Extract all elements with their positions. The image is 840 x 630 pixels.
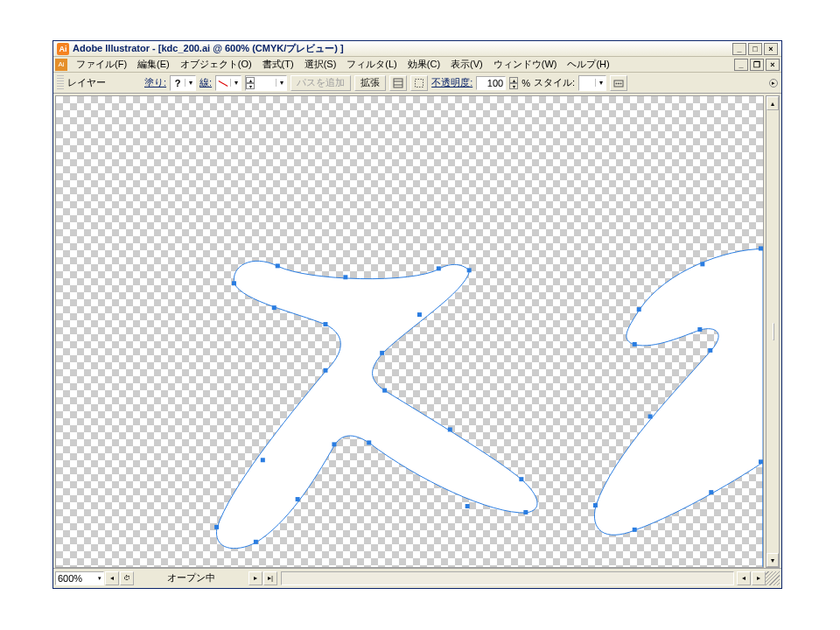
- fill-label[interactable]: 塗り:: [144, 76, 166, 89]
- menu-file[interactable]: ファイル(F): [71, 58, 132, 71]
- svg-rect-31: [637, 307, 641, 312]
- window-controls: _ □ ×: [732, 43, 778, 55]
- svg-rect-35: [648, 415, 653, 419]
- chevron-down-icon: ▾: [185, 79, 195, 87]
- menu-bar: Ai ファイル(F) 編集(E) オブジェクト(O) 書式(T) 選択(S) フ…: [53, 57, 781, 73]
- brush-options-button[interactable]: [389, 75, 407, 91]
- status-text: オープン中: [134, 571, 248, 585]
- chevron-down-icon: ▾: [276, 79, 286, 87]
- doc-close-button[interactable]: ×: [766, 59, 780, 71]
- menu-view[interactable]: 表示(V): [445, 58, 488, 71]
- stroke-weight-spinner[interactable]: ▴▾: [246, 77, 255, 89]
- zoom-value: 600%: [58, 573, 82, 584]
- maximize-button[interactable]: □: [748, 43, 762, 55]
- stroke-none-icon: [216, 77, 230, 89]
- fill-swatch-icon: ?: [171, 77, 185, 89]
- app-window: Ai Adobe Illustrator - [kdc_200.ai @ 600…: [52, 40, 782, 589]
- svg-rect-34: [708, 348, 712, 353]
- option-bar-grip[interactable]: [57, 75, 64, 91]
- menu-object[interactable]: オブジェクト(O): [175, 58, 257, 71]
- opacity-unit: %: [522, 78, 530, 88]
- svg-rect-8: [232, 281, 236, 285]
- svg-rect-33: [697, 327, 702, 332]
- svg-rect-3: [416, 79, 424, 87]
- hscroll-left-arrow-icon[interactable]: ◂: [737, 571, 751, 585]
- canvas[interactable]: [55, 95, 764, 568]
- scroll-down-arrow-icon[interactable]: ▾: [766, 553, 779, 567]
- palette-button[interactable]: [610, 75, 627, 91]
- window-title: Adobe Illustrator - [kdc_200.ai @ 600% (…: [73, 42, 732, 55]
- svg-rect-14: [380, 351, 384, 355]
- svg-rect-10: [343, 275, 347, 279]
- fill-swatch[interactable]: ? ▾: [170, 75, 196, 91]
- palette-icon: [613, 78, 624, 88]
- svg-rect-23: [254, 540, 258, 544]
- grid-icon: [393, 78, 403, 88]
- app-icon: Ai: [57, 43, 69, 55]
- close-button[interactable]: ×: [764, 43, 778, 55]
- expand-button[interactable]: 拡張: [354, 75, 386, 91]
- minimize-button[interactable]: _: [732, 43, 746, 55]
- svg-rect-0: [394, 79, 402, 88]
- menu-edit[interactable]: 編集(E): [132, 58, 175, 71]
- stroke-swatch[interactable]: ▾: [215, 75, 242, 91]
- artwork: [56, 96, 763, 567]
- svg-rect-17: [519, 477, 523, 481]
- svg-rect-13: [417, 312, 422, 317]
- svg-point-5: [616, 82, 618, 84]
- document-window-controls: _ ❐ ×: [734, 59, 780, 71]
- layer-label: レイヤー: [67, 76, 106, 89]
- option-bar-flyout[interactable]: ▸: [769, 79, 778, 88]
- document-area: ▴ ▾: [53, 94, 781, 568]
- svg-rect-18: [523, 510, 528, 514]
- status-bar: 600% ▾ ◂ ⏱ オープン中 ▸ ▸| ◂ ▸: [53, 568, 781, 587]
- svg-rect-9: [276, 263, 280, 268]
- menu-effect[interactable]: 効果(C): [402, 58, 445, 71]
- zoom-level-combo[interactable]: 600% ▾: [55, 571, 104, 585]
- svg-rect-21: [332, 442, 336, 446]
- svg-rect-27: [323, 322, 327, 326]
- last-artboard-button[interactable]: ▸|: [263, 571, 277, 585]
- vscroll-thumb[interactable]: [773, 323, 774, 340]
- svg-rect-20: [367, 440, 371, 444]
- svg-rect-36: [593, 503, 598, 508]
- menu-help[interactable]: ヘルプ(H): [562, 58, 614, 71]
- chevron-down-icon: ▾: [230, 79, 241, 87]
- opacity-input[interactable]: [476, 76, 506, 90]
- add-to-path-button[interactable]: パスを追加: [290, 75, 351, 91]
- first-artboard-button[interactable]: ◂: [105, 571, 119, 585]
- menu-filter[interactable]: フィルタ(L): [341, 58, 402, 71]
- doc-restore-button[interactable]: ❐: [750, 59, 764, 71]
- prev-artboard-button[interactable]: ⏱: [120, 571, 134, 585]
- svg-rect-19: [466, 504, 470, 508]
- bounds-icon: [414, 78, 424, 88]
- svg-rect-16: [448, 427, 452, 431]
- option-bar: レイヤー 塗り: ? ▾ 線: ▾ ▴▾ ▾ パスを追加 拡張 不透明度: ▴▾…: [53, 73, 781, 94]
- style-swatch[interactable]: ▾: [578, 75, 606, 91]
- svg-rect-28: [272, 305, 276, 310]
- resize-grip-icon[interactable]: [766, 571, 780, 585]
- opacity-label[interactable]: 不透明度:: [431, 76, 472, 89]
- svg-rect-32: [633, 342, 637, 346]
- svg-rect-12: [467, 268, 472, 272]
- document-icon: Ai: [55, 59, 67, 71]
- menu-window[interactable]: ウィンドウ(W): [488, 58, 563, 71]
- svg-rect-15: [382, 388, 387, 393]
- menu-type[interactable]: 書式(T): [257, 58, 299, 71]
- chevron-down-icon: ▾: [98, 575, 102, 582]
- next-artboard-button[interactable]: ▸: [248, 571, 262, 585]
- stroke-label[interactable]: 線:: [200, 76, 212, 89]
- svg-rect-30: [700, 262, 704, 266]
- doc-minimize-button[interactable]: _: [734, 59, 748, 71]
- svg-rect-24: [214, 525, 219, 529]
- style-swatch-icon: [579, 77, 595, 89]
- stroke-weight-field[interactable]: ▴▾ ▾: [245, 75, 287, 91]
- scroll-up-arrow-icon[interactable]: ▴: [766, 96, 779, 110]
- menu-select[interactable]: 選択(S): [299, 58, 342, 71]
- svg-rect-25: [261, 458, 265, 462]
- opacity-spinner[interactable]: ▴▾: [509, 77, 518, 89]
- horizontal-scrollbar[interactable]: [281, 571, 734, 585]
- envelope-options-button[interactable]: [410, 75, 428, 91]
- vertical-scrollbar[interactable]: ▴ ▾: [766, 95, 780, 568]
- hscroll-right-arrow-icon[interactable]: ▸: [752, 571, 766, 585]
